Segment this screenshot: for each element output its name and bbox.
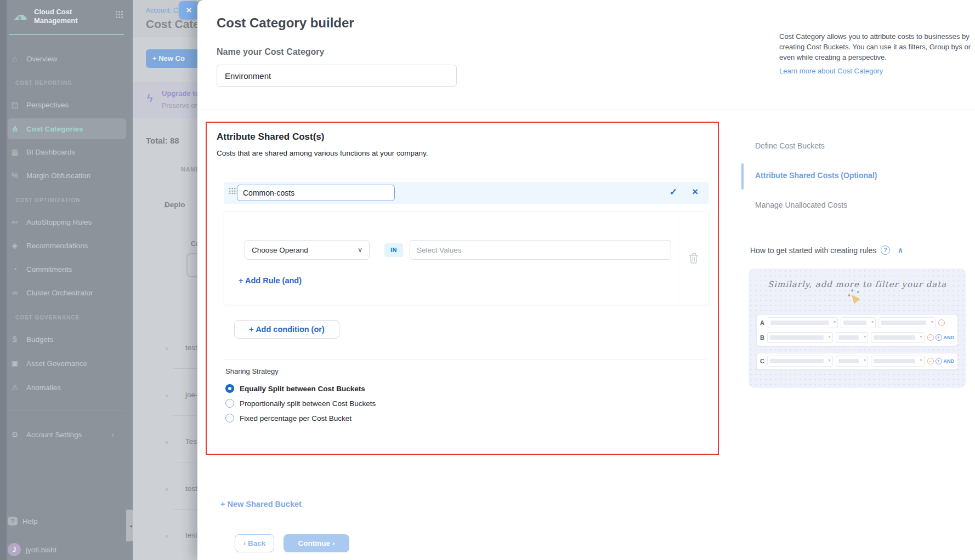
module-accent-line [9, 34, 124, 35]
chevron-right-icon: › [166, 438, 168, 446]
sidebar-item-help[interactable]: ? Help [8, 513, 126, 529]
sidebar-item-cluster-orchestrator[interactable]: ∞ Cluster Orchestrator [8, 284, 126, 301]
step-attribute-shared-costs[interactable]: Attribute Shared Costs (Optional) [755, 171, 877, 180]
strategy-radio-proportionally[interactable]: Proportionally split between Cost Bucket… [225, 399, 376, 408]
trash-icon [689, 253, 699, 264]
sidebar-item-margin-obfuscation[interactable]: % Margin Obfuscation [8, 167, 126, 184]
sidebar-item-bi-dashboards[interactable]: ▦ BI Dashboards [8, 144, 126, 160]
radio-unselected-icon[interactable] [225, 399, 234, 408]
bucket-name-input[interactable] [237, 185, 395, 201]
remove-rule-icon: − [927, 358, 934, 364]
add-condition-button[interactable]: + Add condition (or) [234, 320, 339, 339]
info-text: Cost Category allows you to attribute co… [779, 32, 972, 63]
add-rule-button[interactable]: + Add Rule (and) [239, 276, 302, 285]
header-divider [197, 110, 975, 110]
row-divider [173, 415, 199, 416]
howto-header[interactable]: How to get started with creating rules ?… [750, 245, 903, 255]
caret-down-icon: ▾ [834, 319, 836, 324]
strategy-radio-fixed[interactable]: Fixed percentage per Cost Bucket [225, 414, 352, 422]
sidebar-item-autostopping-rules[interactable]: ∾ AutoStopping Rules [8, 214, 126, 230]
chevron-right-icon: › [332, 539, 335, 547]
nav-rail [0, 0, 7, 560]
chevron-left-icon: ‹ [243, 539, 246, 547]
sidebar: ☁$ Cloud Cost Management ⌂ Overview COST… [0, 0, 133, 560]
sidebar-item-user[interactable]: J jyoti.bisht [8, 541, 126, 558]
section-cost-governance: COST GOVERNANCE [15, 315, 80, 321]
chevron-right-icon: › [166, 532, 168, 540]
cost-category-name-input[interactable] [217, 65, 457, 87]
chevron-right-icon: › [166, 485, 168, 493]
help-icon: ? [8, 517, 18, 525]
radio-unselected-icon[interactable] [225, 414, 234, 422]
back-button[interactable]: ‹ Back [235, 534, 274, 552]
attribute-shared-costs-title: Attribute Shared Cost(s) [217, 132, 324, 142]
rule-card: Choose Operand ∨ IN + Add Rule (and) [224, 211, 709, 305]
asset-governance-icon: ▣ [8, 359, 22, 368]
caret-down-icon: ▾ [920, 358, 922, 363]
sidebar-divider [8, 410, 124, 410]
row-divider [173, 368, 199, 369]
table-row[interactable]: › test [133, 343, 199, 359]
step-define-cost-buckets[interactable]: Define Cost Buckets [755, 141, 825, 150]
sharing-strategy-label: Sharing Strategy [225, 367, 279, 375]
home-icon: ⌂ [8, 54, 22, 63]
new-shared-bucket-button[interactable]: + New Shared Bucket [220, 500, 302, 508]
anomalies-icon: ⚠ [8, 383, 22, 392]
illustration-card-c: C ▾ ▾ ▾ − + AND [756, 353, 958, 370]
table-row[interactable]: › testc [133, 530, 199, 547]
chevron-down-icon: ∨ [358, 246, 362, 254]
page-title: Cost Cate [146, 18, 200, 31]
modal-close-button[interactable]: × [179, 1, 199, 19]
radio-selected-icon[interactable] [225, 384, 234, 393]
table-row[interactable]: › joe-t [133, 390, 199, 407]
table-row[interactable]: › Test_ [133, 437, 199, 453]
lightning-icon: ϟ [147, 92, 153, 105]
learn-more-link[interactable]: Learn more about Cost Category [779, 67, 883, 75]
group-row-label: Deplo [165, 201, 185, 209]
sidebar-item-recommendations[interactable]: ◈ Recommendations [8, 237, 126, 254]
close-icon: × [186, 5, 192, 15]
bi-dashboards-icon: ▦ [8, 147, 22, 156]
sidebar-item-anomalies[interactable]: ⚠ Anomalies [8, 379, 126, 396]
app-title: Cloud Cost Management [34, 8, 105, 26]
chevron-right-icon: › [166, 344, 168, 352]
delete-rule-cell[interactable] [678, 212, 708, 305]
sidebar-item-asset-governance[interactable]: ▣ Asset Governance [8, 355, 126, 372]
cancel-x-icon[interactable]: × [692, 186, 698, 198]
strategy-radio-equally[interactable]: Equally Split between Cost Buckets [225, 384, 365, 393]
table-row[interactable]: › testC [133, 484, 199, 500]
sidebar-item-overview[interactable]: ⌂ Overview [8, 50, 126, 67]
avatar: J [8, 543, 21, 556]
sidebar-item-account-settings[interactable]: ⚙ Account Settings › [8, 426, 126, 443]
confirm-check-icon[interactable]: ✓ [670, 186, 677, 198]
sidebar-item-cost-categories[interactable]: ⋔ Cost Categories [8, 118, 126, 139]
gear-icon: ⚙ [8, 430, 22, 439]
active-step-indicator [741, 163, 744, 190]
caret-down-icon: ▾ [829, 358, 831, 363]
illustration-row-a: A ▾ ▾ ▾ − [757, 315, 957, 330]
app-logo-row: ☁$ Cloud Cost Management [13, 8, 126, 26]
operator-badge: IN [384, 243, 403, 257]
chevron-right-icon: › [111, 430, 114, 439]
chevron-up-icon[interactable]: ∧ [898, 246, 903, 254]
module-grid-icon[interactable] [116, 11, 123, 18]
illustration-row-b: B ▾ ▾ ▾ − + AND [757, 330, 957, 345]
caret-down-icon: ▾ [829, 334, 831, 339]
perspectives-icon: ▤ [8, 100, 22, 109]
sidebar-item-budgets[interactable]: $ Budgets [8, 331, 126, 347]
budgets-icon: $ [8, 335, 22, 344]
collapse-arrow-icon: ◂ [129, 523, 132, 529]
select-values-input[interactable] [410, 240, 671, 260]
and-label: AND [944, 358, 955, 364]
step-manage-unallocated-costs[interactable]: Manage Unallocated Costs [755, 201, 847, 209]
operand-select[interactable]: Choose Operand ∨ [245, 240, 370, 260]
recommendations-icon: ◈ [8, 241, 22, 250]
continue-button[interactable]: Continue › [284, 534, 349, 552]
sidebar-item-commitments[interactable]: ◔ Commitments [8, 261, 126, 277]
illustration-row-c: C ▾ ▾ ▾ − + AND [757, 353, 957, 368]
chevron-right-icon: › [166, 391, 168, 399]
autostopping-icon: ∾ [8, 218, 22, 226]
remove-rule-icon: − [938, 319, 945, 326]
remove-rule-icon: − [927, 334, 934, 341]
sidebar-item-perspectives[interactable]: ▤ Perspectives [8, 96, 126, 113]
